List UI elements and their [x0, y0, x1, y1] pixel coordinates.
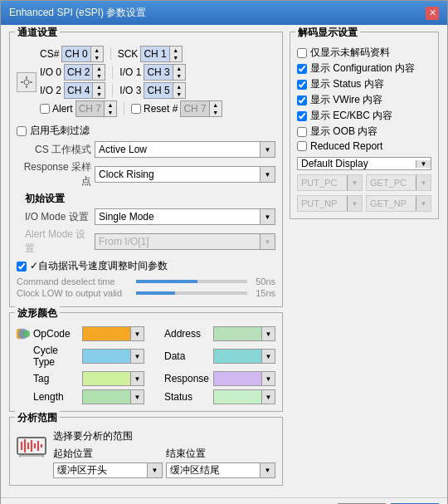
get-np-value: GET_NP — [367, 198, 416, 208]
cs-down[interactable]: ▼ — [91, 54, 103, 61]
decode-item-2: 显示 Status 内容 — [297, 77, 431, 91]
io0-select[interactable]: CH 2 ▲ ▼ — [64, 64, 105, 81]
decode-label-6: Reduced Report — [310, 140, 382, 152]
get-pc-dropdown[interactable]: GET_PC ▼ — [366, 174, 431, 191]
wave-tag-swatch[interactable]: ▼ — [82, 371, 144, 386]
auto-adjust-checkbox[interactable] — [17, 262, 27, 272]
io0-down[interactable]: ▼ — [93, 72, 105, 80]
cs-spinner[interactable]: ▲ ▼ — [90, 46, 103, 61]
clk-slider-track[interactable] — [136, 291, 247, 295]
decode-cb-3[interactable] — [297, 95, 307, 105]
wave-tag-row: Tag ▼ — [17, 371, 144, 386]
sck-value: CH 1 — [141, 46, 168, 61]
reset-up[interactable]: ▲ — [210, 101, 222, 109]
io3-down[interactable]: ▼ — [173, 91, 185, 98]
decode-section: 仅显示未解码资料 显示 Configuration 内容 显示 Status 内… — [297, 46, 431, 212]
decode-label-4: 显示 EC/KBC 内容 — [310, 109, 392, 123]
auto-section: ✓自动据讯号速度调整时间参数 Command deselect time 50n… — [17, 259, 275, 298]
sck-select[interactable]: CH 1 ▲ ▼ — [140, 46, 182, 62]
decode-item-4: 显示 EC/KBC 内容 — [297, 109, 431, 123]
io-mode-dropdown[interactable]: Single Mode ▼ — [95, 208, 275, 225]
cs-up[interactable]: ▲ — [91, 46, 103, 54]
reset-checkbox[interactable] — [131, 104, 141, 114]
wave-opcode-label: OpCode — [33, 328, 79, 340]
wave-tag-label: Tag — [33, 373, 79, 384]
response-dropdown[interactable]: Clock Rising ▼ — [95, 166, 275, 183]
wave-colors-group: 波形颜色 OpCode — [9, 312, 283, 412]
io0-spinner[interactable]: ▲ ▼ — [92, 65, 105, 80]
io-mode-value: Single Mode — [95, 211, 260, 223]
reset-down[interactable]: ▼ — [210, 109, 222, 116]
io2-up[interactable]: ▲ — [93, 83, 105, 91]
alert-mode-dropdown[interactable]: From I/O[1] ▼ — [95, 233, 275, 250]
cs-mode-dropdown[interactable]: Active Low ▼ — [95, 141, 275, 158]
io-mode-row: I/O Mode 设置 Single Mode ▼ — [25, 208, 275, 225]
io2-spinner[interactable]: ▲ ▼ — [92, 83, 105, 98]
alert-down[interactable]: ▼ — [105, 109, 116, 116]
decode-item-0: 仅显示未解码资料 — [297, 46, 431, 60]
io1-spinner[interactable]: ▲ ▼ — [173, 65, 185, 80]
cs-mode-row: CS 工作模式 Active Low ▼ — [17, 141, 275, 158]
decode-cb-4[interactable] — [297, 111, 307, 121]
put-pc-arrow: ▼ — [347, 175, 362, 190]
wave-response-color — [214, 372, 261, 385]
wave-response-swatch[interactable]: ▼ — [213, 371, 275, 386]
wave-length-label: Length — [33, 391, 79, 403]
wave-data-swatch[interactable]: ▼ — [213, 349, 275, 364]
decode-cb-1[interactable] — [297, 64, 307, 74]
wave-length-swatch[interactable]: ▼ — [82, 389, 144, 404]
wave-length-color — [83, 390, 130, 404]
wave-address-swatch[interactable]: ▼ — [213, 326, 275, 341]
wave-cycletype-color — [83, 350, 130, 363]
io3-spinner[interactable]: ▲ ▼ — [173, 83, 185, 98]
svg-point-7 — [23, 330, 30, 337]
display-value: Default Display — [298, 158, 416, 169]
start-value: 缓冲区开头 — [54, 463, 147, 477]
display-dropdown[interactable]: Default Display ▼ — [297, 157, 431, 170]
wave-cycletype-swatch[interactable]: ▼ — [82, 349, 144, 364]
put-np-dropdown[interactable]: PUT_NP ▼ — [297, 195, 363, 212]
decode-cb-0[interactable] — [297, 48, 307, 58]
wave-cycletype-label: Cycle Type — [33, 345, 79, 368]
filter-enable-row: 启用毛刺过滤 — [17, 124, 275, 138]
alert-select[interactable]: CH 7 ▲ ▼ — [75, 100, 117, 117]
wave-address-label: Address — [164, 328, 210, 340]
alert-up[interactable]: ▲ — [105, 101, 116, 109]
alert-spinner[interactable]: ▲ ▼ — [104, 101, 116, 116]
io-mode-arrow: ▼ — [260, 209, 275, 224]
io1-down[interactable]: ▼ — [173, 72, 185, 80]
decode-item-6: Reduced Report — [297, 140, 431, 152]
end-dropdown[interactable]: 缓冲区结尾 ▼ — [166, 462, 275, 478]
reset-select[interactable]: CH 7 ▲ ▼ — [180, 100, 222, 117]
cmd-slider-track[interactable] — [136, 280, 247, 283]
sub-dropdown-row-2: PUT_NP ▼ GET_NP ▼ — [297, 195, 431, 212]
cs-mode-label: CS 工作模式 — [17, 143, 91, 157]
sck-spinner[interactable]: ▲ ▼ — [169, 46, 182, 61]
io3-select[interactable]: CH 5 ▲ ▼ — [144, 82, 185, 99]
wave-data-label: Data — [164, 350, 210, 362]
decode-cb-2[interactable] — [297, 80, 307, 90]
io0-up[interactable]: ▲ — [93, 65, 105, 72]
start-dropdown[interactable]: 缓冲区开头 ▼ — [53, 462, 163, 478]
wave-opcode-swatch[interactable]: ▼ — [82, 326, 144, 341]
io1-up[interactable]: ▲ — [173, 65, 185, 72]
sck-down[interactable]: ▼ — [170, 54, 182, 61]
io3-up[interactable]: ▲ — [173, 83, 185, 91]
auto-adjust-label: ✓自动据讯号速度调整时间参数 — [30, 259, 168, 273]
put-np-arrow: ▼ — [347, 196, 362, 211]
reset-spinner[interactable]: ▲ ▼ — [209, 101, 222, 116]
get-np-dropdown[interactable]: GET_NP ▼ — [366, 195, 431, 212]
alert-checkbox[interactable] — [40, 104, 50, 114]
sub-dropdown-row-1: PUT_PC ▼ GET_PC ▼ — [297, 174, 431, 191]
put-pc-dropdown[interactable]: PUT_PC ▼ — [297, 174, 363, 191]
sck-up[interactable]: ▲ — [170, 46, 182, 54]
filter-enable-checkbox[interactable] — [17, 126, 27, 136]
decode-cb-6[interactable] — [297, 141, 307, 151]
io2-down[interactable]: ▼ — [93, 91, 105, 98]
io1-select[interactable]: CH 3 ▲ ▼ — [144, 64, 185, 81]
decode-cb-5[interactable] — [297, 127, 307, 137]
cs-select[interactable]: CH 0 ▲ ▼ — [61, 46, 103, 62]
wave-status-swatch[interactable]: ▼ — [213, 389, 275, 404]
io2-select[interactable]: CH 4 ▲ ▼ — [64, 82, 105, 99]
close-button[interactable]: ✕ — [426, 7, 439, 20]
